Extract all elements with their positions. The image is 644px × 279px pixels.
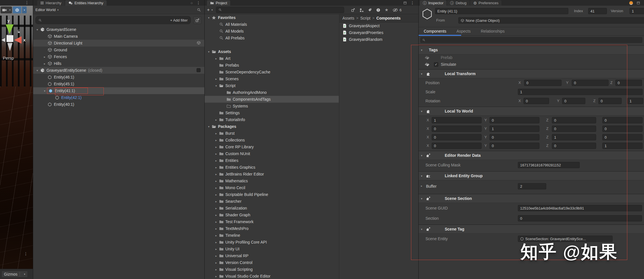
- component-header-editor-render-data[interactable]: ▾Editor Render Data: [419, 151, 644, 160]
- project-item-script[interactable]: ▾Script: [205, 82, 339, 89]
- matrix-x-field[interactable]: 1: [432, 117, 482, 123]
- panel-menu-icon[interactable]: ⋮: [410, 1, 414, 5]
- project-item-collections[interactable]: ▸Collections: [205, 137, 339, 143]
- entity-name-field[interactable]: Entity {41:1}: [435, 8, 568, 14]
- project-item-entities-graphics[interactable]: ▸Entities Graphics: [205, 164, 339, 171]
- project-item-shader-graph[interactable]: ▸Shader Graph: [205, 212, 339, 218]
- matrix-x-field[interactable]: 0: [432, 143, 482, 149]
- expand-icon[interactable]: ▸: [214, 234, 219, 237]
- refresh-spinner-icon[interactable]: ○: [190, 1, 193, 5]
- panel-menu-icon[interactable]: ⋮: [196, 1, 200, 5]
- project-item-componentsandtags[interactable]: ComponentsAndTags: [205, 96, 339, 103]
- project-item-scenes[interactable]: ▸Scenes: [205, 75, 339, 82]
- breadcrumb-item-assets[interactable]: Assets: [342, 16, 354, 20]
- maximize-icon[interactable]: [637, 1, 640, 5]
- project-item-universal-rp[interactable]: ▸Universal RP: [205, 252, 339, 259]
- tab-project[interactable]: Project: [207, 0, 230, 6]
- scene-overlay-menu-icon[interactable]: ⋮: [24, 252, 28, 256]
- expand-icon[interactable]: ▸: [214, 261, 219, 264]
- matrix-z-field[interactable]: 0: [552, 143, 596, 149]
- lock-open-icon[interactable]: [17, 29, 21, 34]
- version-field[interactable]: 1: [630, 8, 644, 14]
- checkbox-checked[interactable]: ✓: [434, 62, 438, 67]
- hierarchy-item-hills[interactable]: ▸Hills: [33, 60, 204, 67]
- hierarchy-item-entity-45-1[interactable]: Entity(45:1): [33, 81, 204, 87]
- matrix-w-field[interactable]: 0: [602, 126, 643, 132]
- open-search-window-icon[interactable]: [351, 8, 355, 12]
- expand-icon[interactable]: ▸: [214, 179, 219, 183]
- hierarchy-item-entity-42-1[interactable]: Entity(42:1): [33, 94, 204, 101]
- project-item-mathematics[interactable]: ▸Mathematics: [205, 177, 339, 184]
- project-item-burst[interactable]: ▸Burst: [205, 130, 339, 137]
- matrix-w-field[interactable]: 0: [602, 117, 643, 123]
- breadcrumb-item-script[interactable]: Script: [360, 16, 370, 20]
- expand-icon[interactable]: ▸: [214, 248, 219, 251]
- hierarchy-search-input[interactable]: + Add filter: [35, 16, 191, 24]
- import-log-icon[interactable]: [376, 8, 380, 12]
- breadcrumb-item-components[interactable]: Components: [376, 16, 401, 20]
- project-item-tutorialinfo[interactable]: ▸TutorialInfo: [205, 116, 339, 123]
- components-search-input[interactable]: [420, 37, 642, 43]
- hierarchy-item-fences[interactable]: ▸Fences: [33, 53, 204, 60]
- matrix-y-field[interactable]: 0: [490, 143, 539, 149]
- matrix-z-field[interactable]: 0: [552, 117, 596, 123]
- project-item-settings[interactable]: Settings: [205, 109, 339, 116]
- project-item-prefabs[interactable]: Prefabs: [205, 62, 339, 69]
- expand-icon[interactable]: ▸: [42, 55, 47, 58]
- expand-icon[interactable]: ▸: [214, 193, 219, 196]
- component-header-linked-entity-group[interactable]: ▾Linked Entity Group: [419, 171, 644, 180]
- expand-icon[interactable]: ▸: [214, 268, 219, 271]
- scene-guid-field[interactable]: 12510ee5b1a4cb948ac6af19e33c9b91: [518, 205, 642, 211]
- expand-icon[interactable]: ▸: [421, 184, 422, 187]
- component-header-scene-tag[interactable]: ▾Scene Tag: [419, 225, 644, 234]
- matrix-y-field[interactable]: 1: [490, 126, 539, 132]
- expand-icon[interactable]: ▸: [214, 173, 219, 176]
- hierarchy-item-main-camera[interactable]: Main Camera: [33, 33, 204, 40]
- project-item-packages[interactable]: ▾Packages: [205, 123, 339, 130]
- collapse-icon[interactable]: ▾: [421, 110, 422, 113]
- section-field[interactable]: 0: [518, 215, 642, 221]
- tab-hierarchy[interactable]: Hierarchy: [37, 0, 65, 6]
- save-search-star-icon[interactable]: ★: [385, 7, 388, 12]
- projection-label[interactable]: Persp: [3, 56, 14, 60]
- tab-debug[interactable]: iDebug: [447, 0, 469, 6]
- from-field[interactable]: None (Game Object): [458, 17, 644, 24]
- project-item-timeline[interactable]: ▸Timeline: [205, 232, 339, 239]
- project-item-custom-nunit[interactable]: ▸Custom NUnit: [205, 150, 339, 157]
- collapse-icon[interactable]: ▾: [421, 72, 422, 75]
- project-item-unity-ui[interactable]: ▸Unity UI: [205, 246, 339, 252]
- scene-gizmo-toggle-button[interactable]: [13, 7, 21, 13]
- component-header-tags[interactable]: ▾Tags: [419, 45, 644, 54]
- hierarchy-item-ground[interactable]: Ground: [33, 46, 204, 53]
- expand-icon[interactable]: ▸: [214, 139, 219, 142]
- tag-row-prefab[interactable]: Prefab: [419, 54, 644, 61]
- expand-icon[interactable]: ▸: [214, 132, 219, 135]
- hierarchy-item-entity-40-1[interactable]: Entity(40:1): [33, 101, 204, 108]
- project-item-textmeshpro[interactable]: ▸TextMeshPro: [205, 225, 339, 232]
- collapse-icon[interactable]: ▾: [35, 69, 40, 72]
- collapse-icon[interactable]: ▾: [421, 48, 422, 52]
- scene-gizmo-dropdown[interactable]: ▾: [22, 7, 27, 13]
- project-item-scenedependencycache[interactable]: SceneDependencyCache: [205, 69, 339, 75]
- hidden-packages-icon[interactable]: [393, 8, 398, 12]
- project-item-version-control[interactable]: ▸Version Control: [205, 259, 339, 266]
- expand-icon[interactable]: ▸: [214, 57, 219, 60]
- scene-toggle-icon[interactable]: [196, 68, 201, 72]
- project-item-visual-studio-code-editor[interactable]: ▸Visual Studio Code Editor: [205, 273, 339, 279]
- expand-icon[interactable]: ▸: [214, 254, 219, 257]
- asset-file-graveyardproerties[interactable]: #GraveyardProerties: [339, 29, 418, 36]
- subtab-relationships[interactable]: Relationships: [481, 29, 505, 33]
- world-dropdown[interactable]: Editor World: [35, 8, 56, 12]
- expand-icon[interactable]: ▸: [214, 145, 219, 149]
- search-icon[interactable]: [197, 8, 201, 12]
- asset-file-graveyardrandom[interactable]: #GraveyardRandom: [339, 36, 418, 43]
- project-item-systems[interactable]: Systems: [205, 103, 339, 109]
- subtab-aspects[interactable]: Aspects: [456, 29, 471, 33]
- project-search-input[interactable]: [216, 7, 344, 13]
- project-item-assets[interactable]: ▾Assets: [205, 48, 339, 55]
- matrix-w-field[interactable]: 1: [602, 143, 643, 149]
- buffer-row[interactable]: ▸Buffer2: [419, 180, 644, 193]
- hierarchy-item-entity-46-1[interactable]: Entity(46:1): [33, 74, 204, 81]
- gizmos-button[interactable]: Gizmos ▾: [1, 271, 28, 278]
- position-x-field[interactable]: 0: [524, 80, 562, 86]
